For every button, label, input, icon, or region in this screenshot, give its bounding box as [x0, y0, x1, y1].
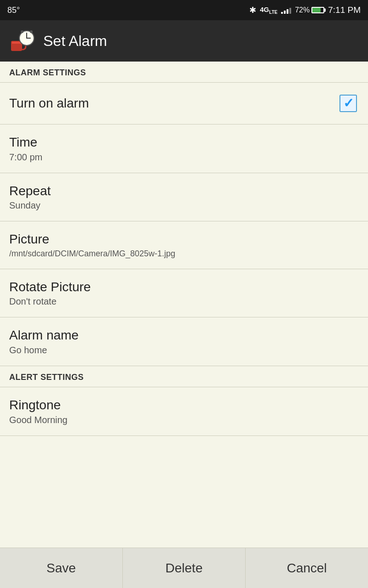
time-label: Time	[9, 135, 359, 150]
svg-point-7	[30, 30, 33, 33]
cancel-button[interactable]: Cancel	[246, 548, 368, 588]
app-bar: Set Alarm	[0, 20, 368, 62]
ringtone-row[interactable]: Ringtone Good Morning	[0, 387, 368, 435]
alert-settings-title: ALERT SETTINGS	[9, 373, 84, 382]
picture-content: Picture /mnt/sdcard/DCIM/Camera/IMG_8025…	[9, 232, 359, 259]
app-icon	[9, 28, 35, 54]
battery-icon	[311, 7, 324, 13]
svg-point-6	[21, 30, 23, 33]
bluetooth-icon: ✱	[249, 5, 256, 15]
picture-value: /mnt/sdcard/DCIM/Camera/IMG_8025w-1.jpg	[9, 249, 359, 259]
time-value: 7:00 pm	[9, 152, 359, 163]
signal-bars-icon	[281, 6, 291, 14]
delete-button[interactable]: Delete	[123, 548, 246, 588]
alarm-settings-section-header: ALARM SETTINGS	[0, 62, 368, 82]
time-row[interactable]: Time 7:00 pm	[0, 124, 368, 173]
repeat-value: Sunday	[9, 200, 359, 211]
picture-row[interactable]: Picture /mnt/sdcard/DCIM/Camera/IMG_8025…	[0, 221, 368, 269]
ringtone-content: Ringtone Good Morning	[9, 397, 359, 425]
divider-after-ringtone	[0, 435, 368, 436]
ringtone-label: Ringtone	[9, 397, 359, 413]
save-button[interactable]: Save	[0, 548, 123, 588]
repeat-content: Repeat Sunday	[9, 183, 359, 211]
status-right-icons: ✱ 4GLTE 72% 7:11 PM	[249, 5, 361, 15]
bottom-buttons-bar: Save Delete Cancel	[0, 548, 368, 588]
alarm-name-content: Alarm name Go home	[9, 328, 359, 356]
battery-indicator: 72%	[295, 6, 324, 14]
rotate-picture-row[interactable]: Rotate Picture Don't rotate	[0, 269, 368, 317]
turn-on-alarm-checkbox[interactable]: ✓	[339, 95, 357, 112]
status-bar: 85° ✱ 4GLTE 72% 7:11 PM	[0, 0, 368, 20]
turn-on-alarm-row[interactable]: Turn on alarm ✓	[0, 83, 368, 124]
repeat-label: Repeat	[9, 183, 359, 199]
alert-settings-section-header: ALERT SETTINGS	[0, 366, 368, 387]
rotate-picture-content: Rotate Picture Don't rotate	[9, 279, 359, 307]
svg-rect-1	[12, 42, 21, 44]
battery-percent: 72%	[295, 6, 310, 14]
time-display: 7:11 PM	[328, 5, 361, 15]
picture-label: Picture	[9, 232, 359, 247]
alarm-settings-title: ALARM SETTINGS	[9, 68, 86, 77]
rotate-picture-label: Rotate Picture	[9, 279, 359, 295]
turn-on-alarm-content: Turn on alarm	[9, 96, 338, 111]
alarm-name-row[interactable]: Alarm name Go home	[0, 317, 368, 366]
ringtone-value: Good Morning	[9, 415, 359, 425]
app-title: Set Alarm	[43, 33, 107, 50]
rotate-picture-value: Don't rotate	[9, 296, 359, 307]
alarm-name-label: Alarm name	[9, 328, 359, 343]
turn-on-alarm-label: Turn on alarm	[9, 96, 338, 111]
network-label: 4GLTE	[260, 6, 277, 15]
alarm-name-value: Go home	[9, 345, 359, 356]
checkmark-icon: ✓	[343, 97, 354, 110]
turn-on-alarm-checkbox-container[interactable]: ✓	[338, 93, 359, 114]
repeat-row[interactable]: Repeat Sunday	[0, 173, 368, 221]
settings-content: ALARM SETTINGS Turn on alarm ✓ Time 7:00…	[0, 62, 368, 548]
temperature-display: 85°	[7, 6, 20, 15]
time-content: Time 7:00 pm	[9, 135, 359, 163]
